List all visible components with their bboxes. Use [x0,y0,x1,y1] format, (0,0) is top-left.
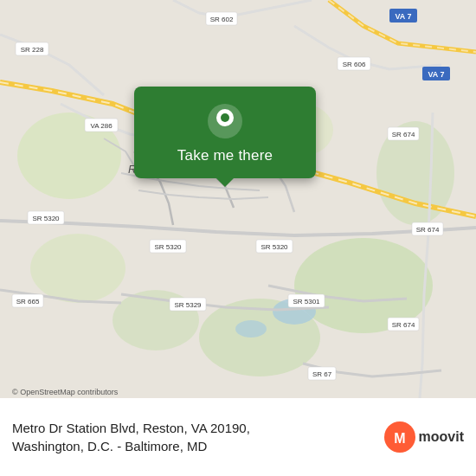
take-me-there-button[interactable]: Take me there [177,147,273,164]
svg-text:SR 228: SR 228 [21,46,44,54]
map-container: VA 7 VA 7 SR 602 SR 228 SR 606 VA 286 SR… [0,0,476,398]
svg-text:SR 5320: SR 5320 [32,215,60,222]
moovit-text: moovit [419,429,464,445]
svg-text:SR 674: SR 674 [392,131,415,138]
svg-text:SR 602: SR 602 [210,16,234,23]
svg-text:VA 7: VA 7 [428,70,444,79]
svg-text:VA 286: VA 286 [90,122,113,130]
location-pin-icon [206,102,244,140]
svg-text:SR 606: SR 606 [343,61,366,68]
svg-text:SR 665: SR 665 [16,298,40,306]
map-tooltip: Take me there [134,87,316,178]
address-line1: Metro Dr Station Blvd, Reston, VA 20190, [12,419,384,437]
moovit-icon: M [384,421,415,453]
svg-text:M: M [394,431,405,446]
address-line2: Washington, D.C. - Baltimore, MD [12,437,384,455]
address-container: Metro Dr Station Blvd, Reston, VA 20190,… [12,419,384,455]
map-attribution: © OpenStreetMap contributors [12,388,118,396]
info-bar: Metro Dr Station Blvd, Reston, VA 20190,… [0,398,476,476]
moovit-logo: M moovit [384,421,464,453]
svg-point-9 [235,320,267,338]
svg-text:SR 674: SR 674 [416,226,440,234]
svg-text:SR 5320: SR 5320 [261,243,288,251]
svg-point-5 [30,234,125,303]
svg-text:SR 67: SR 67 [312,370,332,378]
svg-text:SR 5329: SR 5329 [174,301,202,309]
svg-text:SR 674: SR 674 [392,321,415,329]
svg-text:VA 7: VA 7 [395,12,411,21]
svg-text:SR 5301: SR 5301 [293,298,320,306]
svg-text:SR 5320: SR 5320 [154,243,182,251]
